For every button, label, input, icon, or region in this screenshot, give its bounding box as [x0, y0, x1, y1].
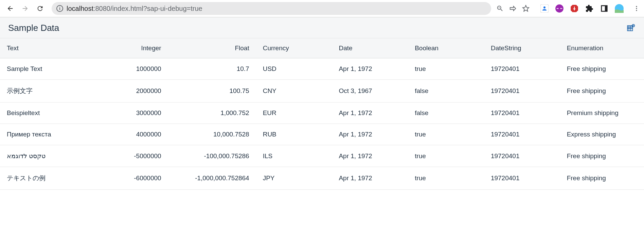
svg-point-8 [636, 8, 637, 9]
page-header: Sample Data [0, 17, 644, 38]
extension-square-icon[interactable] [600, 4, 609, 13]
cell-text: Sample Text [0, 58, 104, 80]
browser-toolbar: i localhost:8080/index.html?sap-ui-debug… [0, 0, 644, 17]
cell-enumeration: Free shipping [560, 80, 644, 103]
back-button[interactable] [3, 2, 17, 15]
table-row[interactable]: Sample Text100000010.7USDApr 1, 1972true… [0, 58, 644, 80]
column-header-datestring[interactable]: DateString [484, 38, 560, 58]
profile-avatar-icon[interactable] [615, 4, 624, 13]
table-row[interactable]: テキストの例-6000000-1,000,000.752864JPYApr 1,… [0, 167, 644, 190]
table-header-row: Text Integer Float Currency Date Boolean… [0, 38, 644, 58]
column-header-text[interactable]: Text [0, 38, 104, 58]
cell-boolean: true [408, 124, 484, 145]
cell-integer: 3000000 [104, 103, 168, 124]
cell-boolean: false [408, 103, 484, 124]
chrome-menu-icon[interactable] [632, 4, 641, 13]
cell-datestring: 19720401 [484, 124, 560, 145]
cell-text: Пример текста [0, 124, 104, 145]
cell-enumeration: Free shipping [560, 145, 644, 167]
cell-float: -100,000.75286 [168, 145, 256, 167]
cell-float: -1,000,000.752864 [168, 167, 256, 190]
table-settings-button[interactable] [626, 23, 636, 33]
cell-integer: -5000000 [104, 145, 168, 167]
svg-point-7 [636, 6, 637, 7]
table-row[interactable]: טקסט לדוגמא-5000000-100,000.75286ILSApr … [0, 145, 644, 167]
svg-point-9 [636, 10, 637, 11]
cell-float: 10.7 [168, 58, 256, 80]
column-header-float[interactable]: Float [168, 38, 256, 58]
cell-date: Oct 3, 1967 [332, 80, 408, 103]
cell-date: Apr 1, 1972 [332, 103, 408, 124]
chrome-actions [496, 4, 532, 13]
cell-currency: ILS [256, 145, 332, 167]
cell-text: טקסט לדוגמא [0, 145, 104, 167]
arrow-right-icon [21, 5, 29, 12]
forward-button[interactable] [18, 2, 32, 15]
cell-date: Apr 1, 1972 [332, 124, 408, 145]
cell-enumeration: Free shipping [560, 167, 644, 190]
extension-block-icon[interactable] [570, 4, 579, 13]
cell-boolean: true [408, 167, 484, 190]
table-row[interactable]: Пример текста400000010,000.7528RUBApr 1,… [0, 124, 644, 145]
cell-currency: USD [256, 58, 332, 80]
data-table: Text Integer Float Currency Date Boolean… [0, 38, 644, 190]
share-icon[interactable] [509, 4, 517, 13]
cell-text: 示例文字 [0, 80, 104, 103]
cell-integer: 1000000 [104, 58, 168, 80]
cell-datestring: 19720401 [484, 167, 560, 190]
column-header-enumeration[interactable]: Enumeration [560, 38, 644, 58]
cell-enumeration: Free shipping [560, 58, 644, 80]
table-row[interactable]: 示例文字2000000100.75CNYOct 3, 1967false1972… [0, 80, 644, 103]
reload-button[interactable] [33, 2, 47, 15]
column-header-currency[interactable]: Currency [256, 38, 332, 58]
extension-icons [540, 4, 641, 13]
cell-float: 100.75 [168, 80, 256, 103]
cell-text: テキストの例 [0, 167, 104, 190]
cell-date: Apr 1, 1972 [332, 145, 408, 167]
cell-date: Apr 1, 1972 [332, 58, 408, 80]
extensions-puzzle-icon[interactable] [585, 4, 594, 13]
cell-datestring: 19720401 [484, 58, 560, 80]
extension-purple-icon[interactable] [555, 4, 564, 13]
arrow-left-icon [6, 5, 14, 12]
extension-avatar-icon[interactable] [540, 4, 549, 13]
address-bar[interactable]: i localhost:8080/index.html?sap-ui-debug… [52, 2, 491, 15]
cell-currency: JPY [256, 167, 332, 190]
column-header-boolean[interactable]: Boolean [408, 38, 484, 58]
reload-icon [36, 5, 44, 12]
table-row[interactable]: Beispieltext30000001,000.752EURApr 1, 19… [0, 103, 644, 124]
cell-datestring: 19720401 [484, 145, 560, 167]
column-header-date[interactable]: Date [332, 38, 408, 58]
svg-rect-5 [605, 6, 607, 12]
cell-datestring: 19720401 [484, 80, 560, 103]
cell-currency: EUR [256, 103, 332, 124]
cell-integer: 4000000 [104, 124, 168, 145]
svg-rect-10 [627, 25, 632, 31]
site-info-icon[interactable]: i [56, 5, 63, 12]
cell-enumeration: Premium shipping [560, 103, 644, 124]
cell-integer: 2000000 [104, 80, 168, 103]
cell-date: Apr 1, 1972 [332, 167, 408, 190]
cell-enumeration: Express shipping [560, 124, 644, 145]
cell-boolean: true [408, 145, 484, 167]
cell-currency: CNY [256, 80, 332, 103]
page-title: Sample Data [8, 23, 59, 33]
cell-float: 1,000.752 [168, 103, 256, 124]
cell-text: Beispieltext [0, 103, 104, 124]
column-header-integer[interactable]: Integer [104, 38, 168, 58]
cell-currency: RUB [256, 124, 332, 145]
cell-boolean: false [408, 80, 484, 103]
cell-integer: -6000000 [104, 167, 168, 190]
url-text: localhost:8080/index.html?sap-ui-debug=t… [67, 5, 202, 13]
cell-boolean: true [408, 58, 484, 80]
cell-datestring: 19720401 [484, 103, 560, 124]
bookmark-star-icon[interactable] [522, 4, 530, 13]
cell-float: 10,000.7528 [168, 124, 256, 145]
zoom-out-icon[interactable] [496, 4, 504, 13]
